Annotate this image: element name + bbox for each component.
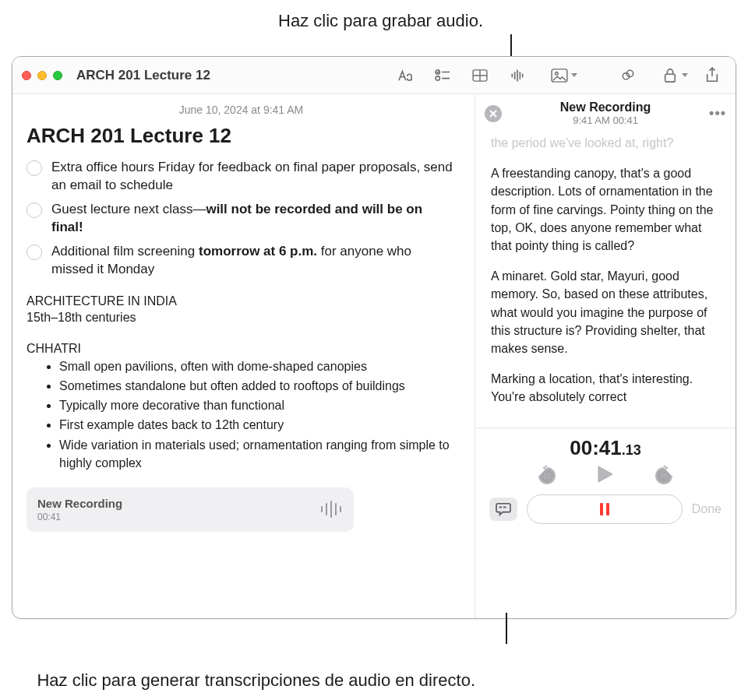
callout-bottom-line (506, 613, 507, 644)
transcript-paragraph: A minaret. Gold star, Mayuri, good memor… (491, 267, 720, 357)
close-window-button[interactable] (22, 71, 31, 80)
checkbox-icon[interactable] (26, 202, 42, 218)
checkbox-icon[interactable] (26, 244, 42, 260)
live-transcription-button[interactable] (489, 498, 517, 521)
window-controls (22, 71, 62, 80)
link-button[interactable] (617, 65, 639, 86)
recording-panel: New Recording 9:41 AM 00:41 ••• the peri… (475, 94, 736, 618)
pause-icon (600, 503, 609, 515)
skip-back-15-button[interactable]: 15 (536, 465, 558, 487)
svg-point-2 (436, 76, 439, 79)
recording-attachment[interactable]: New Recording 00:41 (26, 487, 354, 532)
note-editor[interactable]: June 10, 2024 at 9:41 AM ARCH 201 Lectur… (12, 94, 475, 618)
play-button[interactable] (597, 465, 614, 487)
checklist-item[interactable]: Additional film screening tomorrow at 6 … (26, 243, 456, 279)
checklist: Extra office hours Friday for feedback o… (26, 159, 456, 279)
bullet-list: Small open pavilions, often with dome-sh… (26, 357, 456, 472)
note-title: ARCH 201 Lecture 12 (26, 124, 456, 148)
section-heading: ARCHITECTURE IN INDIA 15th–18th centurie… (26, 293, 456, 326)
recording-title: New Recording (510, 100, 701, 114)
player-controls: 00:41.13 15 30 (475, 427, 736, 535)
app-window: ARCH 201 Lecture 12 (12, 56, 736, 619)
chevron-down-icon (571, 73, 577, 77)
format-button[interactable] (394, 65, 416, 86)
checklist-text: Guest lecture next class—will not be rec… (51, 201, 456, 237)
section-title: ARCHITECTURE IN INDIA (26, 293, 456, 310)
recording-subtitle: 9:41 AM 00:41 (510, 114, 701, 126)
skip-back-label: 15 (543, 472, 551, 480)
checklist-text: Additional film screening tomorrow at 6 … (51, 243, 456, 279)
waveform-icon (319, 500, 343, 519)
pause-record-button[interactable] (527, 494, 683, 524)
window-title: ARCH 201 Lecture 12 (76, 68, 210, 83)
list-item: First example dates back to 12th century (59, 416, 456, 434)
checkbox-icon[interactable] (26, 160, 42, 176)
list-item: Sometimes standalone but often added to … (59, 377, 456, 395)
recording-header: New Recording 9:41 AM 00:41 ••• (475, 94, 736, 129)
transcript-line-faded: the period we've looked at, right? (491, 134, 720, 152)
callout-bottom-text: Haz clic para generar transcripciones de… (0, 670, 475, 692)
checklist-button[interactable] (432, 65, 453, 86)
note-date: June 10, 2024 at 9:41 AM (26, 104, 456, 116)
playback-timer: 00:41.13 (489, 436, 722, 460)
transcript-paragraph: A freestanding canopy, that's a good des… (491, 164, 720, 255)
checklist-text: Extra office hours Friday for feedback o… (51, 159, 456, 195)
svg-point-13 (556, 72, 559, 75)
checklist-item[interactable]: Guest lecture next class—will not be rec… (26, 201, 456, 237)
section-subtitle: 15th–18th centuries (26, 309, 456, 326)
recording-chip-name: New Recording (37, 497, 319, 510)
record-audio-button[interactable] (506, 65, 528, 86)
skip-forward-30-button[interactable]: 30 (653, 465, 675, 487)
list-item: Small open pavilions, often with dome-sh… (59, 357, 456, 375)
transcript-paragraph: Marking a location, that's interesting. … (491, 370, 720, 406)
zoom-window-button[interactable] (53, 71, 62, 80)
speech-bubble-icon (496, 502, 511, 516)
titlebar: ARCH 201 Lecture 12 (12, 57, 736, 94)
svg-rect-16 (665, 74, 676, 82)
share-button[interactable] (701, 65, 723, 86)
skip-forward-label: 30 (660, 472, 668, 480)
toolbar (394, 65, 726, 86)
minimize-window-button[interactable] (37, 71, 47, 80)
list-item: Wide variation in materials used; orname… (59, 436, 456, 472)
chevron-down-icon (682, 73, 688, 77)
close-panel-button[interactable] (485, 105, 502, 122)
media-button[interactable] (544, 65, 575, 86)
subheading: CHHATRI (26, 342, 456, 356)
content-area: June 10, 2024 at 9:41 AM ARCH 201 Lectur… (12, 94, 736, 618)
done-button[interactable]: Done (692, 502, 722, 516)
play-icon (597, 465, 614, 484)
callout-top-text: Haz clic para grabar audio. (0, 11, 483, 31)
table-button[interactable] (469, 65, 491, 86)
transcript-area[interactable]: the period we've looked at, right? A fre… (475, 129, 736, 427)
close-icon (489, 110, 497, 118)
checklist-item[interactable]: Extra office hours Friday for feedback o… (26, 159, 456, 195)
list-item: Typically more decorative than functiona… (59, 396, 456, 414)
more-options-button[interactable]: ••• (709, 105, 726, 121)
lock-button[interactable] (654, 65, 686, 86)
recording-chip-duration: 00:41 (37, 512, 319, 522)
